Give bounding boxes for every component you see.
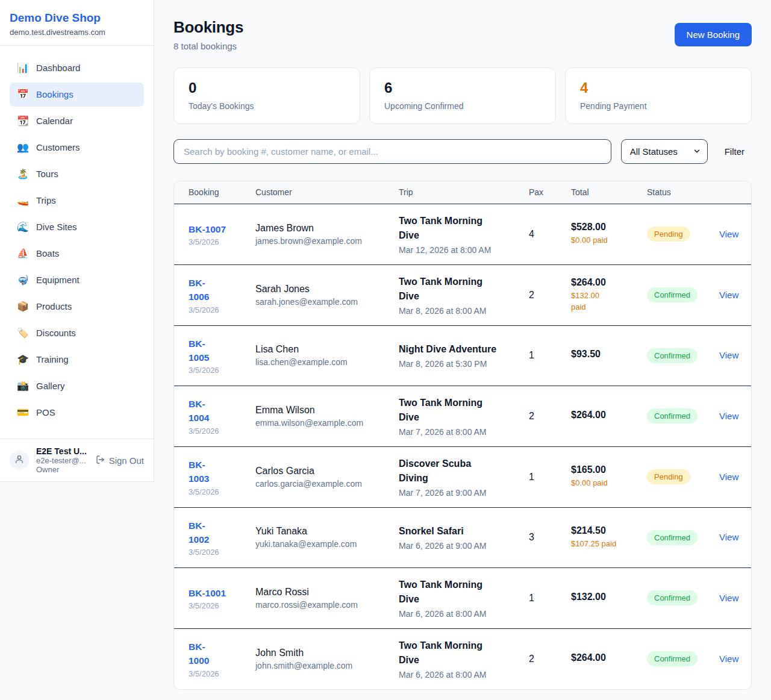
sidebar-item-trips[interactable]: 🚤 Trips [10, 189, 144, 213]
total-amount: $264.00 [571, 277, 647, 288]
booking-id-link[interactable]: BK- 1002 [189, 519, 209, 547]
actions-cell: View [719, 411, 737, 422]
sidebar-item-discounts[interactable]: 🏷️ Discounts [10, 321, 144, 345]
booking-id-link[interactable]: BK- 1006 [189, 276, 209, 304]
trip-datetime: Mar 8, 2026 at 8:00 AM [399, 306, 529, 316]
customer-name: Sarah Jones [255, 284, 399, 295]
customer-email: emma.wilson@example.com [255, 418, 399, 428]
customer-name: Yuki Tanaka [255, 526, 399, 537]
table-row: BK- 1005 3/5/2026 Lisa Chen lisa.chen@ex… [174, 325, 751, 386]
page-subtitle: 8 total bookings [173, 41, 243, 51]
nav-icon: 📅 [17, 89, 29, 100]
booking-id-link[interactable]: BK-1007 [189, 222, 226, 236]
sign-out-button[interactable]: Sign Out [96, 455, 144, 466]
trip-cell: Night Dive Adventure Mar 8, 2026 at 5:30… [399, 342, 529, 369]
new-booking-button[interactable]: New Booking [675, 23, 752, 46]
booking-id-link[interactable]: BK- 1004 [189, 397, 209, 425]
total-cell: $264.00 $132.00 paid [571, 277, 647, 313]
view-link[interactable]: View [719, 654, 738, 664]
sidebar-item-gallery[interactable]: 📸 Gallery [10, 374, 144, 398]
sidebar-item-tours[interactable]: 🏝️ Tours [10, 162, 144, 186]
trip-name: Two Tank Morning Dive [399, 578, 529, 607]
status-badge: Pending [647, 469, 690, 484]
view-link[interactable]: View [719, 350, 738, 360]
trip-cell: Two Tank Morning Dive Mar 8, 2026 at 8:0… [399, 275, 529, 316]
view-link[interactable]: View [719, 290, 738, 300]
customer-cell: Carlos Garcia carlos.garcia@example.com [255, 466, 399, 489]
pax-cell: 2 [529, 411, 571, 422]
view-link[interactable]: View [719, 229, 738, 239]
booking-date: 3/5/2026 [189, 427, 255, 436]
view-link[interactable]: View [719, 593, 738, 603]
trip-name: Two Tank Morning Dive [399, 396, 529, 425]
brand-link[interactable]: Demo Dive Shop [10, 11, 144, 25]
stat-label: Upcoming Confirmed [384, 101, 541, 111]
stat-label: Today's Bookings [189, 101, 345, 111]
sidebar-item-label: Bookings [36, 89, 73, 99]
table-row: BK-1001 3/5/2026 Marco Rossi marco.rossi… [174, 567, 751, 628]
sidebar-item-customers[interactable]: 👥 Customers [10, 136, 144, 160]
sidebar-item-calendar[interactable]: 📆 Calendar [10, 109, 144, 133]
nav-icon: 🌊 [17, 221, 29, 233]
status-cell: Confirmed [647, 590, 719, 605]
customer-email: john.smith@example.com [255, 661, 399, 670]
booking-id-link[interactable]: BK- 1000 [189, 640, 209, 668]
table-row: BK- 1002 3/5/2026 Yuki Tanaka yuki.tanak… [174, 507, 751, 567]
search-input[interactable] [173, 139, 611, 164]
customer-name: James Brown [255, 223, 399, 234]
stat-value: 6 [384, 80, 541, 97]
booking-id-link[interactable]: BK-1001 [189, 586, 226, 600]
nav-icon: 📊 [17, 62, 29, 73]
nav-icon: 📆 [17, 115, 29, 127]
booking-id-link[interactable]: BK- 1003 [189, 458, 209, 486]
nav-icon: 🚤 [17, 195, 29, 206]
sidebar-item-dive-sites[interactable]: 🌊 Dive Sites [10, 215, 144, 239]
sidebar-item-pos[interactable]: 💳 POS [10, 401, 144, 425]
nav-icon: 💳 [17, 407, 29, 418]
sidebar-item-products[interactable]: 📦 Products [10, 295, 144, 319]
status-select[interactable]: All Statuses [621, 139, 708, 164]
booking-cell: BK- 1006 3/5/2026 [189, 276, 255, 314]
customer-cell: John Smith john.smith@example.com [255, 648, 399, 670]
column-header-total: Total [571, 187, 647, 197]
sidebar-item-dashboard[interactable]: 📊 Dashboard [10, 56, 144, 80]
view-link[interactable]: View [719, 532, 738, 542]
booking-date: 3/5/2026 [189, 548, 255, 557]
booking-cell: BK- 1000 3/5/2026 [189, 640, 255, 678]
sidebar-item-bookings[interactable]: 📅 Bookings [10, 83, 144, 107]
customer-email: lisa.chen@example.com [255, 357, 399, 367]
view-link[interactable]: View [719, 472, 738, 482]
table-header-row: Booking Customer Trip Pax Total Status [174, 181, 751, 204]
main-content: Bookings 8 total bookings New Booking 0 … [154, 0, 771, 700]
table-row: BK- 1000 3/5/2026 John Smith john.smith@… [174, 628, 751, 689]
amount-paid: $0.00 paid [571, 235, 647, 246]
booking-id-link[interactable]: BK- 1005 [189, 337, 209, 365]
nav-icon: 🏷️ [17, 327, 29, 339]
filter-bar: All Statuses Filter [173, 139, 752, 164]
total-cell: $214.50 $107.25 paid [571, 525, 647, 550]
status-select-wrap: All Statuses [621, 139, 708, 164]
nav-icon: ⛵ [17, 248, 29, 259]
total-amount: $132.00 [571, 592, 647, 602]
user-email: e2e-tester@... [36, 456, 87, 465]
booking-cell: BK-1001 3/5/2026 [189, 586, 255, 610]
status-cell: Confirmed [647, 408, 719, 423]
trip-name: Two Tank Morning Dive [399, 275, 529, 304]
sidebar-item-label: Calendar [36, 116, 73, 126]
column-header-customer: Customer [255, 187, 399, 197]
sidebar-item-label: Dive Sites [36, 222, 77, 232]
booking-date: 3/5/2026 [189, 669, 255, 678]
total-cell: $264.00 [571, 410, 647, 423]
customer-cell: Marco Rossi marco.rossi@example.com [255, 587, 399, 610]
sidebar-item-training[interactable]: 🎓 Training [10, 348, 144, 372]
pax-cell: 1 [529, 593, 571, 604]
amount-paid: $132.00 paid [571, 290, 647, 313]
sidebar-item-boats[interactable]: ⛵ Boats [10, 242, 144, 266]
view-link[interactable]: View [719, 411, 738, 421]
total-amount: $214.50 [571, 525, 647, 536]
status-cell: Confirmed [647, 287, 719, 302]
page-header: Bookings 8 total bookings New Booking [173, 18, 752, 51]
trip-cell: Two Tank Morning Dive Mar 6, 2026 at 8:0… [399, 639, 529, 680]
filter-button[interactable]: Filter [717, 142, 752, 161]
sidebar-item-equipment[interactable]: 🤿 Equipment [10, 268, 144, 292]
